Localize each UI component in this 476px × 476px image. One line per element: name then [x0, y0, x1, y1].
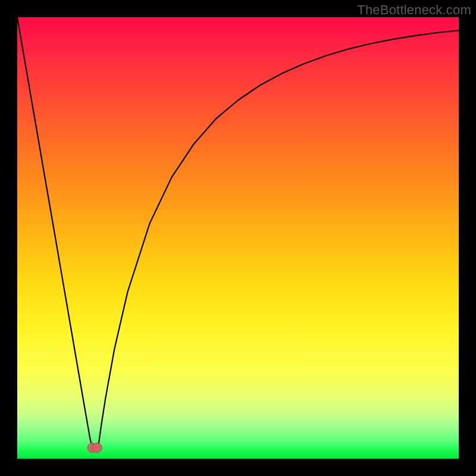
- chart-frame: TheBottleneck.com: [0, 0, 476, 476]
- watermark-text: TheBottleneck.com: [357, 2, 471, 18]
- curve-marker: [92, 443, 102, 452]
- bottleneck-curve: [17, 17, 459, 459]
